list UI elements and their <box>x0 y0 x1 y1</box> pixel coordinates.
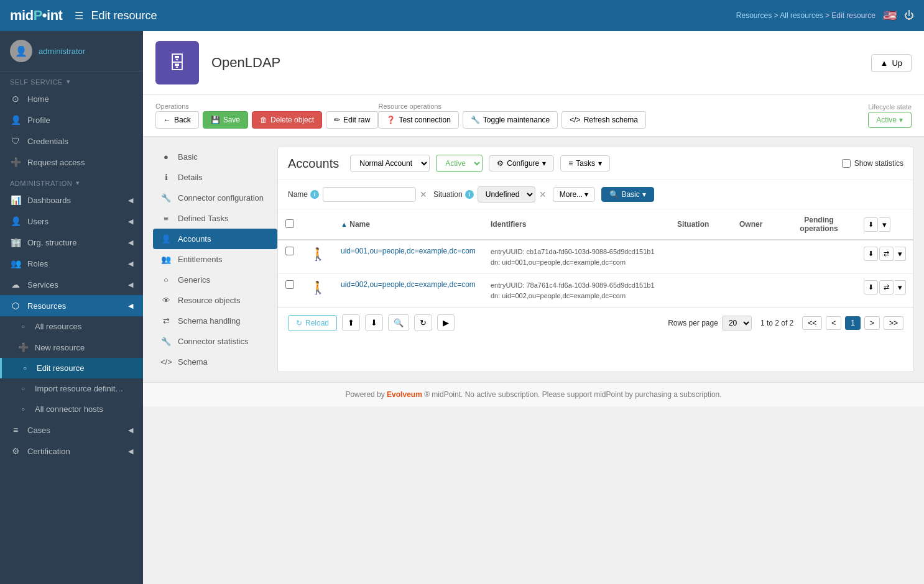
name-search-input[interactable] <box>323 187 416 202</box>
nav-item-connector-stats[interactable]: 🔧 Connector statistics <box>153 331 277 352</box>
sidebar-item-credentials[interactable]: 🛡 Credentials <box>0 130 143 152</box>
refresh-schema-button[interactable]: </> Refresh schema <box>561 111 646 129</box>
flag-icon[interactable]: 🇺🇸 <box>883 9 897 22</box>
account-name-link-1[interactable]: uid=001,ou=people,dc=example,dc=com <box>341 247 476 255</box>
upload-button[interactable]: ⬆ <box>342 314 360 331</box>
account-type-select[interactable]: Normal Account <box>350 155 430 172</box>
situation-clear-button[interactable]: ✕ <box>539 189 547 199</box>
download-all-split-button[interactable]: ▾ <box>879 217 890 232</box>
rows-per-page-label: Rows per page <box>668 319 718 327</box>
nav-item-details[interactable]: ℹ Details <box>153 167 277 188</box>
export-button[interactable]: ⬇ <box>365 314 383 331</box>
row-checkbox-1[interactable] <box>285 247 294 255</box>
back-button[interactable]: ← Back <box>155 111 199 129</box>
save-button[interactable]: 💾 Save <box>203 111 248 129</box>
nav-item-connector-config[interactable]: 🔧 Connector configuration <box>153 188 277 208</box>
row-2-split-button[interactable]: ▾ <box>895 280 906 294</box>
left-nav: ● Basic ℹ Details 🔧 Connector configurat… <box>153 147 277 372</box>
nav-item-basic[interactable]: ● Basic <box>153 147 277 167</box>
sidebar-item-users[interactable]: 👤 Users ◀ <box>0 211 143 232</box>
test-connection-button[interactable]: ❓ Test connection <box>378 111 458 129</box>
col-header-owner: Owner <box>732 209 782 240</box>
sidebar-item-label: Resources <box>27 301 66 311</box>
nav-item-resource-objects[interactable]: 👁 Resource objects <box>153 290 277 311</box>
company-link[interactable]: Evolveum <box>387 390 422 399</box>
edit-raw-button[interactable]: ✏ Edit raw <box>326 111 378 129</box>
chevron-icon: ◀ <box>128 302 133 310</box>
sync-row-2-button[interactable]: ⇄ <box>879 280 894 294</box>
up-button[interactable]: ▲ Up <box>871 54 912 72</box>
sidebar: 👤 administrator SELF SERVICE ▾ ⊙ Home 👤 … <box>0 31 143 584</box>
nav-item-accounts[interactable]: 👤 Accounts <box>153 229 277 249</box>
download-row-1-button[interactable]: ⬇ <box>864 247 878 261</box>
sidebar-item-label: Home <box>27 94 49 104</box>
row-checkbox-2[interactable] <box>285 280 294 289</box>
current-page-button[interactable]: 1 <box>845 316 861 330</box>
nav-item-generics[interactable]: ○ Generics <box>153 270 277 290</box>
download-all-button[interactable]: ⬇ <box>864 217 878 232</box>
status-filter-select[interactable]: Active <box>436 155 483 172</box>
breadcrumb-resources[interactable]: Resources <box>736 11 772 20</box>
sidebar-item-edit-resource[interactable]: ○ Edit resource <box>0 358 143 378</box>
prev-page-button[interactable]: < <box>826 316 841 330</box>
delete-button[interactable]: 🗑 Delete object <box>252 111 322 129</box>
situation-select[interactable]: Undefined <box>478 186 535 203</box>
sidebar-item-certification[interactable]: ⚙ Certification ◀ <box>0 440 143 462</box>
sidebar-item-connector-hosts[interactable]: ○ All connector hosts <box>0 399 143 419</box>
account-name-link-2[interactable]: uid=002,ou=people,dc=example,dc=com <box>341 280 476 289</box>
sidebar-item-profile[interactable]: 👤 Profile <box>0 109 143 130</box>
sidebar-item-roles[interactable]: 👥 Roles ◀ <box>0 253 143 274</box>
download-row-2-button[interactable]: ⬇ <box>864 280 878 294</box>
basic-search-button[interactable]: 🔍 Basic ▾ <box>601 187 654 202</box>
first-page-button[interactable]: << <box>802 316 822 330</box>
select-all-checkbox[interactable] <box>285 219 294 228</box>
refresh-button[interactable]: ↻ <box>414 314 432 331</box>
sidebar-item-services[interactable]: ☁ Services ◀ <box>0 274 143 295</box>
nav-item-defined-tasks[interactable]: ≡ Defined Tasks <box>153 208 277 229</box>
last-page-button[interactable]: >> <box>884 316 903 330</box>
sidebar-item-request-access[interactable]: ➕ Request access <box>0 152 143 173</box>
delete-icon: 🗑 <box>260 116 267 124</box>
breadcrumb-all-resources[interactable]: All resources <box>780 11 823 20</box>
sidebar-item-resources[interactable]: ⬡ Resources ◀ <box>0 295 143 316</box>
sidebar-item-label: Certification <box>27 447 70 456</box>
nav-item-schema[interactable]: </> Schema <box>153 352 277 372</box>
content-area: ● Basic ℹ Details 🔧 Connector configurat… <box>143 137 924 382</box>
sidebar-item-dashboards[interactable]: 📊 Dashboards ◀ <box>0 189 143 211</box>
show-statistics-checkbox[interactable] <box>842 159 851 168</box>
sort-icon: ▲ <box>341 221 348 228</box>
col-header-name[interactable]: ▲ Name <box>333 209 483 240</box>
name-clear-button[interactable]: ✕ <box>420 189 427 199</box>
sidebar-item-all-resources[interactable]: ○ All resources <box>0 316 143 337</box>
configure-button[interactable]: ⚙ Configure ▾ <box>489 155 554 171</box>
name-info-icon: i <box>310 190 319 199</box>
reload-button[interactable]: ↻ Reload <box>288 315 337 331</box>
table-row: 🚶 uid=001,ou=people,dc=example,dc=com en… <box>278 240 913 274</box>
toggle-maintenance-button[interactable]: 🔧 Toggle maintenance <box>463 111 558 129</box>
more-filters-button[interactable]: More... ▾ <box>553 187 596 202</box>
sidebar-item-new-resource[interactable]: ➕ New resource <box>0 337 143 358</box>
sidebar-item-org-structure[interactable]: 🏢 Org. structure ◀ <box>0 232 143 253</box>
sidebar-item-label: Import resource definit… <box>35 384 123 393</box>
maintenance-icon: 🔧 <box>471 116 480 124</box>
import-button[interactable]: 🔍 <box>388 314 409 331</box>
row-1-split-button[interactable]: ▾ <box>895 247 906 261</box>
row-pending-1 <box>782 240 856 274</box>
sidebar-item-import-resource[interactable]: ○ Import resource definit… <box>0 378 143 399</box>
next-page-button[interactable]: > <box>864 316 880 330</box>
nav-item-schema-handling[interactable]: ⇄ Schema handling <box>153 311 277 331</box>
show-statistics[interactable]: Show statistics <box>842 159 903 168</box>
tasks-button[interactable]: ≡ Tasks ▾ <box>560 155 610 171</box>
sync-row-1-button[interactable]: ⇄ <box>879 247 894 261</box>
identifier-uuid-2: entryUUID: 78a761c4-fd6a-103d-9089-65d9d… <box>491 280 662 301</box>
sidebar-item-label: Services <box>27 280 58 290</box>
sidebar-item-home[interactable]: ⊙ Home <box>0 88 143 109</box>
user-name[interactable]: administrator <box>39 47 85 56</box>
power-icon[interactable]: ⏻ <box>904 10 914 21</box>
play-button[interactable]: ▶ <box>437 314 455 331</box>
nav-item-entitlements[interactable]: 👥 Entitlements <box>153 249 277 270</box>
rows-per-page-select[interactable]: 20 <box>722 316 752 331</box>
sidebar-item-cases[interactable]: ≡ Cases ◀ <box>0 419 143 440</box>
lifecycle-status[interactable]: Active ▾ <box>868 112 912 128</box>
menu-icon[interactable]: ☰ <box>75 10 83 22</box>
